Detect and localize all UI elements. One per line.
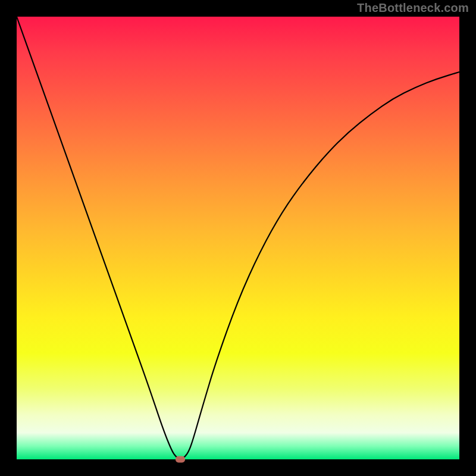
bottleneck-curve bbox=[17, 17, 459, 459]
watermark-text: TheBottleneck.com bbox=[357, 1, 469, 15]
optimal-point-marker bbox=[176, 456, 185, 463]
plot-area bbox=[17, 17, 459, 459]
chart-frame: TheBottleneck.com bbox=[0, 0, 476, 476]
